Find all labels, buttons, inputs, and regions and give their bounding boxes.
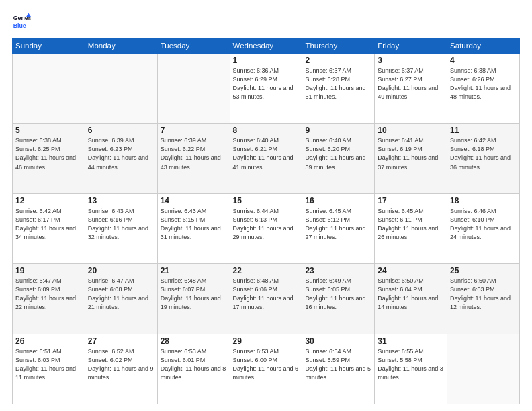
calendar-cell: 13Sunrise: 6:43 AMSunset: 6:16 PMDayligh…: [85, 193, 157, 263]
calendar-cell: 4Sunrise: 6:38 AMSunset: 6:26 PMDaylight…: [447, 54, 520, 124]
day-number: 29: [233, 336, 300, 346]
day-info: Sunrise: 6:40 AMSunset: 6:20 PMDaylight:…: [305, 136, 371, 171]
day-number: 20: [88, 266, 154, 275]
calendar-cell: 10Sunrise: 6:41 AMSunset: 6:19 PMDayligh…: [375, 124, 447, 193]
day-number: 1: [233, 56, 300, 65]
calendar-cell: 25Sunrise: 6:50 AMSunset: 6:03 PMDayligh…: [447, 264, 520, 334]
day-number: 16: [305, 196, 371, 205]
calendar-cell: 31Sunrise: 6:55 AMSunset: 5:58 PMDayligh…: [375, 334, 447, 404]
day-info: Sunrise: 6:48 AMSunset: 6:07 PMDaylight:…: [161, 277, 227, 312]
calendar-cell: 12Sunrise: 6:42 AMSunset: 6:17 PMDayligh…: [13, 193, 85, 263]
day-number: 7: [161, 126, 227, 135]
calendar-week-0: 1Sunrise: 6:36 AMSunset: 6:29 PMDaylight…: [13, 54, 520, 124]
calendar-cell: 24Sunrise: 6:50 AMSunset: 6:04 PMDayligh…: [375, 264, 447, 334]
day-info: Sunrise: 6:55 AMSunset: 5:58 PMDaylight:…: [378, 347, 444, 382]
day-info: Sunrise: 6:47 AMSunset: 6:08 PMDaylight:…: [88, 277, 154, 312]
day-number: 19: [15, 266, 82, 275]
day-number: 2: [305, 56, 371, 65]
calendar-cell: 17Sunrise: 6:45 AMSunset: 6:11 PMDayligh…: [375, 193, 447, 263]
day-number: 17: [378, 196, 444, 205]
logo: General Blue: [12, 12, 34, 31]
calendar-week-4: 26Sunrise: 6:51 AMSunset: 6:03 PMDayligh…: [13, 334, 520, 404]
day-number: 25: [450, 266, 517, 275]
day-number: 10: [378, 126, 444, 135]
calendar-cell: 27Sunrise: 6:52 AMSunset: 6:02 PMDayligh…: [85, 334, 157, 404]
day-info: Sunrise: 6:51 AMSunset: 6:03 PMDaylight:…: [15, 347, 82, 382]
day-info: Sunrise: 6:46 AMSunset: 6:10 PMDaylight:…: [450, 207, 517, 242]
calendar-cell: 6Sunrise: 6:39 AMSunset: 6:23 PMDaylight…: [85, 124, 157, 193]
calendar-cell: 7Sunrise: 6:39 AMSunset: 6:22 PMDaylight…: [157, 124, 230, 193]
col-header-saturday: Saturday: [447, 38, 520, 54]
calendar-cell: 15Sunrise: 6:44 AMSunset: 6:13 PMDayligh…: [230, 193, 302, 263]
day-info: Sunrise: 6:43 AMSunset: 6:16 PMDaylight:…: [88, 207, 154, 242]
day-number: 9: [305, 126, 371, 135]
day-info: Sunrise: 6:41 AMSunset: 6:19 PMDaylight:…: [378, 136, 444, 171]
day-info: Sunrise: 6:37 AMSunset: 6:28 PMDaylight:…: [305, 66, 371, 101]
calendar-cell: 22Sunrise: 6:48 AMSunset: 6:06 PMDayligh…: [230, 264, 302, 334]
day-info: Sunrise: 6:45 AMSunset: 6:12 PMDaylight:…: [305, 207, 371, 242]
day-number: 14: [161, 196, 227, 205]
day-info: Sunrise: 6:37 AMSunset: 6:27 PMDaylight:…: [378, 66, 444, 101]
day-info: Sunrise: 6:42 AMSunset: 6:18 PMDaylight:…: [450, 136, 517, 171]
day-number: 6: [88, 126, 154, 135]
calendar-cell: [13, 54, 85, 124]
col-header-tuesday: Tuesday: [157, 38, 230, 54]
day-number: 23: [305, 266, 371, 275]
day-info: Sunrise: 6:36 AMSunset: 6:29 PMDaylight:…: [233, 66, 300, 101]
day-info: Sunrise: 6:48 AMSunset: 6:06 PMDaylight:…: [233, 277, 300, 312]
day-number: 4: [450, 56, 517, 65]
col-header-thursday: Thursday: [302, 38, 375, 54]
day-number: 12: [15, 196, 82, 205]
calendar-week-3: 19Sunrise: 6:47 AMSunset: 6:09 PMDayligh…: [13, 264, 520, 334]
day-number: 21: [161, 266, 227, 275]
calendar-cell: 11Sunrise: 6:42 AMSunset: 6:18 PMDayligh…: [447, 124, 520, 193]
day-info: Sunrise: 6:39 AMSunset: 6:22 PMDaylight:…: [161, 136, 227, 171]
day-info: Sunrise: 6:44 AMSunset: 6:13 PMDaylight:…: [233, 207, 300, 242]
calendar-cell: 14Sunrise: 6:43 AMSunset: 6:15 PMDayligh…: [157, 193, 230, 263]
day-number: 26: [15, 336, 82, 346]
col-header-friday: Friday: [375, 38, 447, 54]
day-info: Sunrise: 6:53 AMSunset: 6:00 PMDaylight:…: [233, 347, 300, 382]
calendar-cell: 1Sunrise: 6:36 AMSunset: 6:29 PMDaylight…: [230, 54, 302, 124]
page: General Blue SundayMondayTuesdayWednesda…: [0, 0, 532, 411]
day-info: Sunrise: 6:43 AMSunset: 6:15 PMDaylight:…: [161, 207, 227, 242]
calendar-cell: 21Sunrise: 6:48 AMSunset: 6:07 PMDayligh…: [157, 264, 230, 334]
calendar-cell: [157, 54, 230, 124]
day-number: 11: [450, 126, 517, 135]
day-info: Sunrise: 6:52 AMSunset: 6:02 PMDaylight:…: [88, 347, 154, 382]
day-info: Sunrise: 6:38 AMSunset: 6:26 PMDaylight:…: [450, 66, 517, 101]
day-number: 22: [233, 266, 300, 275]
calendar-cell: 9Sunrise: 6:40 AMSunset: 6:20 PMDaylight…: [302, 124, 375, 193]
day-number: 13: [88, 196, 154, 205]
col-header-sunday: Sunday: [13, 38, 85, 54]
svg-text:Blue: Blue: [13, 22, 26, 29]
day-number: 3: [378, 56, 444, 65]
calendar-cell: 3Sunrise: 6:37 AMSunset: 6:27 PMDaylight…: [375, 54, 447, 124]
calendar-cell: 20Sunrise: 6:47 AMSunset: 6:08 PMDayligh…: [85, 264, 157, 334]
day-info: Sunrise: 6:49 AMSunset: 6:05 PMDaylight:…: [305, 277, 371, 312]
calendar-cell: 2Sunrise: 6:37 AMSunset: 6:28 PMDaylight…: [302, 54, 375, 124]
day-number: 18: [450, 196, 517, 205]
calendar-cell: 8Sunrise: 6:40 AMSunset: 6:21 PMDaylight…: [230, 124, 302, 193]
calendar-week-1: 5Sunrise: 6:38 AMSunset: 6:25 PMDaylight…: [13, 124, 520, 193]
day-number: 24: [378, 266, 444, 275]
day-info: Sunrise: 6:39 AMSunset: 6:23 PMDaylight:…: [88, 136, 154, 171]
calendar-cell: 30Sunrise: 6:54 AMSunset: 5:59 PMDayligh…: [302, 334, 375, 404]
day-number: 8: [233, 126, 300, 135]
day-info: Sunrise: 6:40 AMSunset: 6:21 PMDaylight:…: [233, 136, 300, 171]
day-number: 31: [378, 336, 444, 346]
day-number: 5: [15, 126, 82, 135]
calendar-cell: [447, 334, 520, 404]
calendar-cell: 16Sunrise: 6:45 AMSunset: 6:12 PMDayligh…: [302, 193, 375, 263]
calendar-cell: 19Sunrise: 6:47 AMSunset: 6:09 PMDayligh…: [13, 264, 85, 334]
day-info: Sunrise: 6:50 AMSunset: 6:04 PMDaylight:…: [378, 277, 444, 312]
calendar-cell: 5Sunrise: 6:38 AMSunset: 6:25 PMDaylight…: [13, 124, 85, 193]
calendar-cell: 26Sunrise: 6:51 AMSunset: 6:03 PMDayligh…: [13, 334, 85, 404]
calendar-table: SundayMondayTuesdayWednesdayThursdayFrid…: [12, 38, 520, 404]
day-number: 30: [305, 336, 371, 346]
day-info: Sunrise: 6:54 AMSunset: 5:59 PMDaylight:…: [305, 347, 371, 382]
logo-icon: General Blue: [12, 12, 31, 31]
col-header-monday: Monday: [85, 38, 157, 54]
day-info: Sunrise: 6:45 AMSunset: 6:11 PMDaylight:…: [378, 207, 444, 242]
day-number: 15: [233, 196, 300, 205]
